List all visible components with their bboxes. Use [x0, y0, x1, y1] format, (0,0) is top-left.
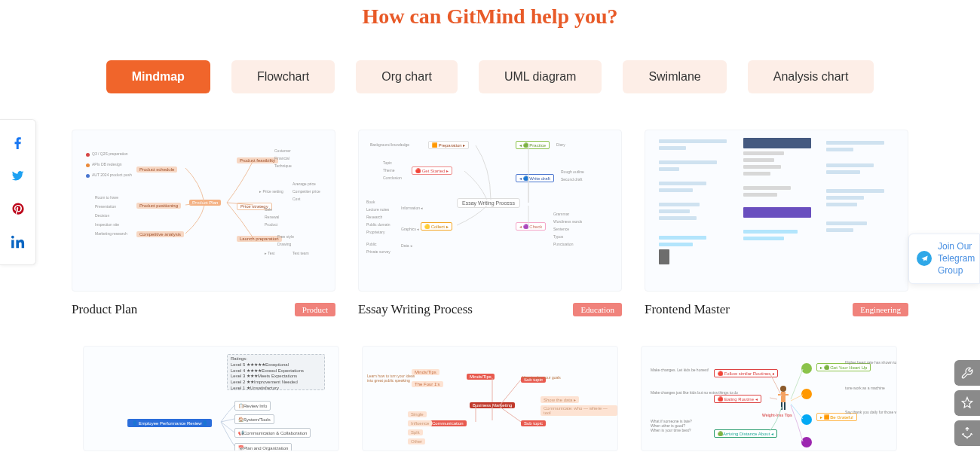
template-thumbnail[interactable]: Ratings:Level 5 ★★★★★ExceptionalLevel 4 …: [83, 346, 339, 451]
linkedin-icon[interactable]: [0, 225, 36, 258]
template-card-frontend-master: Frontend Master Engineering: [645, 130, 908, 317]
telegram-icon: [917, 251, 932, 266]
tab-uml-diagram[interactable]: UML diagram: [479, 60, 602, 93]
template-cards-row-2: Ratings:Level 5 ★★★★★ExceptionalLevel 4 …: [0, 346, 980, 451]
telegram-cta-label: Join Our Telegram Group: [938, 240, 975, 277]
template-thumbnail[interactable]: Minds/Tips The Four 1's Minds/Tips Sub t…: [362, 346, 618, 451]
floating-tools: [954, 360, 980, 446]
template-title: Product Plan: [72, 302, 137, 317]
telegram-cta[interactable]: Join Our Telegram Group: [908, 234, 980, 284]
pinterest-icon[interactable]: [0, 192, 36, 225]
template-tag: Product: [295, 303, 335, 316]
template-thumbnail[interactable]: Make changes. Let kids be honest! Make c…: [641, 346, 897, 451]
feedback-button[interactable]: [954, 420, 980, 446]
template-thumbnail[interactable]: [645, 130, 908, 292]
tab-org-chart[interactable]: Org chart: [356, 60, 458, 93]
page-title: How can GitMind help you?: [0, 0, 980, 29]
template-card-essay-writing: Essay Writing Process Background knowled…: [358, 130, 622, 317]
template-card-product-plan: Q3 / Q2S preparation APIs DB redesign AU…: [72, 130, 335, 317]
tab-swimlane[interactable]: Swimlane: [623, 60, 726, 93]
favorite-button[interactable]: [954, 390, 980, 416]
twitter-icon[interactable]: [0, 159, 36, 192]
template-thumbnail[interactable]: Essay Writing Process Background knowled…: [358, 130, 622, 292]
tab-analysis-chart[interactable]: Analysis chart: [748, 60, 874, 93]
tab-mindmap[interactable]: Mindmap: [106, 60, 210, 93]
template-title: Essay Writing Process: [358, 302, 473, 317]
template-title: Frontend Master: [645, 302, 730, 317]
facebook-icon[interactable]: [0, 126, 36, 159]
template-cards-row-1: Q3 / Q2S preparation APIs DB redesign AU…: [0, 130, 980, 317]
settings-button[interactable]: [954, 360, 980, 386]
social-share-sidebar: [0, 119, 36, 265]
category-tabs: Mindmap Flowchart Org chart UML diagram …: [0, 60, 980, 93]
template-tag: Education: [573, 303, 622, 316]
template-thumbnail[interactable]: Q3 / Q2S preparation APIs DB redesign AU…: [72, 130, 335, 292]
template-tag: Engineering: [853, 303, 908, 316]
tab-flowchart[interactable]: Flowchart: [231, 60, 335, 93]
